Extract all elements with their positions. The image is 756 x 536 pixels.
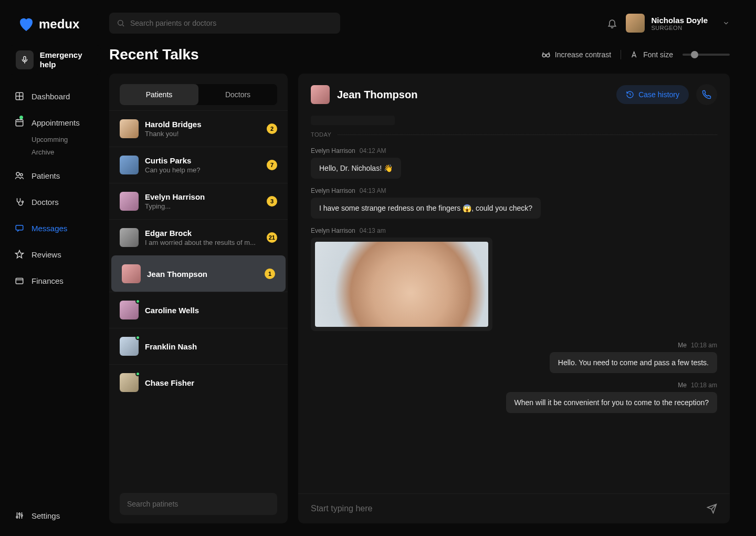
- image-attachment[interactable]: [311, 238, 492, 331]
- avatar: [120, 301, 139, 319]
- conversation-list[interactable]: Harold Bridges Thank you! 2 Curtis Parks…: [109, 110, 288, 485]
- svg-rect-0: [24, 56, 26, 60]
- message-placeholder: [311, 116, 395, 125]
- conversation-name: Evelyn Harrison: [145, 192, 260, 201]
- nav-doctors[interactable]: Doctors: [8, 190, 101, 214]
- chat-panel: Jean Thompson Case history TODAY Evelyn …: [298, 74, 730, 523]
- conversation-name: Harold Bridges: [145, 120, 260, 129]
- send-icon[interactable]: [707, 503, 717, 514]
- nav-messages[interactable]: Messages: [8, 216, 101, 240]
- nav-label: Appointments: [32, 118, 80, 127]
- conversation-name: Chase Fisher: [145, 378, 277, 387]
- svg-point-3: [16, 172, 19, 176]
- unread-badge: 3: [267, 196, 277, 207]
- user-name: Nicholas Doyle: [651, 16, 708, 25]
- conversation-name: Franklin Nash: [145, 342, 277, 351]
- avatar: [120, 337, 139, 356]
- message-incoming-image: Evelyn Harrison04:13 am: [311, 227, 717, 333]
- nav-label: Finances: [32, 276, 64, 285]
- svg-rect-7: [16, 279, 23, 284]
- brand-name: medux: [39, 17, 79, 32]
- chat-body[interactable]: TODAY Evelyn Harrison04:12 AM Hello, Dr.…: [298, 116, 730, 493]
- conversation-preview: Can you help me?: [145, 166, 260, 174]
- font-size-slider[interactable]: [682, 54, 730, 56]
- avatar: [120, 192, 139, 211]
- message-outgoing: Me10:18 am Hello. You need to come and p…: [311, 342, 717, 373]
- patient-search-input[interactable]: [127, 500, 270, 508]
- nav-appointments-archive[interactable]: Archive: [32, 146, 101, 159]
- case-history-button[interactable]: Case history: [616, 85, 689, 104]
- conversation-item[interactable]: Edgar Brock I am worried about the resul…: [109, 219, 288, 255]
- unread-badge: 1: [265, 269, 275, 279]
- page-title: Recent Talks: [109, 46, 199, 63]
- online-dot-icon: [135, 335, 140, 340]
- composer-input[interactable]: [311, 504, 700, 513]
- conversation-item[interactable]: Caroline Wells: [109, 292, 288, 328]
- nav-appointments-upcoming[interactable]: Upcomming: [32, 133, 101, 146]
- conversation-item-active[interactable]: Jean Thompson 1: [111, 255, 286, 292]
- call-button[interactable]: [696, 84, 717, 105]
- search-icon: [117, 19, 125, 27]
- avatar: [122, 264, 141, 283]
- tab-doctors[interactable]: Doctors: [198, 84, 277, 105]
- svg-rect-6: [16, 225, 23, 230]
- chevron-down-icon: [722, 19, 730, 27]
- topbar: Nicholas Doyle SURGEON: [109, 13, 730, 34]
- contrast-label: Increase contrast: [555, 50, 611, 59]
- message-time: 10:18 am: [691, 382, 717, 389]
- conversation-item[interactable]: Franklin Nash: [109, 328, 288, 364]
- conversation-item[interactable]: Harold Bridges Thank you! 2: [109, 110, 288, 147]
- chat-icon: [15, 223, 24, 233]
- notifications-icon[interactable]: [607, 18, 617, 28]
- wallet-icon: [15, 276, 24, 285]
- global-search[interactable]: [109, 13, 340, 34]
- calendar-icon: [15, 118, 24, 127]
- sliders-icon: [15, 511, 24, 520]
- nav: Dashboard Appointments Upcomming Archive…: [8, 84, 101, 293]
- nav-patients[interactable]: Patients: [8, 163, 101, 188]
- tab-patients[interactable]: Patients: [120, 84, 198, 105]
- nav-finances[interactable]: Finances: [8, 269, 101, 293]
- stethoscope-icon: [15, 197, 24, 207]
- conversation-preview: Thank you!: [145, 130, 260, 138]
- chat-contact-avatar: [311, 85, 330, 104]
- content: Patients Doctors Harold Bridges Thank yo…: [109, 74, 730, 523]
- conversation-item[interactable]: Chase Fisher: [109, 364, 288, 400]
- emergency-help-button[interactable]: Emergency help: [8, 45, 101, 75]
- message-time: 10:18 am: [691, 342, 717, 349]
- user-menu[interactable]: Nicholas Doyle SURGEON: [626, 14, 730, 33]
- nav-dashboard[interactable]: Dashboard: [8, 84, 101, 108]
- nav-label: Patients: [32, 171, 60, 180]
- avatar: [120, 119, 139, 138]
- svg-point-5: [22, 201, 24, 203]
- conversation-name: Curtis Parks: [145, 156, 260, 165]
- message-author: Evelyn Harrison: [311, 227, 355, 234]
- accessibility-controls: Increase contrast Font size: [541, 50, 730, 59]
- patient-search[interactable]: [120, 493, 277, 515]
- message-bubble: Hello. You need to come and pass a few t…: [550, 352, 717, 373]
- chat-header: Jean Thompson Case history: [298, 74, 730, 116]
- conversation-name: Jean Thompson: [147, 270, 258, 279]
- history-icon: [626, 90, 634, 99]
- conversation-item[interactable]: Curtis Parks Can you help me? 7: [109, 147, 288, 183]
- font-size-control[interactable]: Font size: [631, 50, 673, 59]
- nav-label: Reviews: [32, 250, 61, 259]
- separator: [621, 50, 621, 59]
- nav-reviews[interactable]: Reviews: [8, 242, 101, 266]
- message-author: Me: [678, 382, 687, 389]
- users-icon: [15, 171, 24, 180]
- attached-image: [315, 242, 488, 327]
- conversation-panel: Patients Doctors Harold Bridges Thank yo…: [109, 74, 288, 523]
- emergency-label: Emergency help: [40, 50, 97, 69]
- online-dot-icon: [135, 299, 140, 304]
- nav-appointments[interactable]: Appointments: [8, 110, 101, 135]
- message-time: 04:13 AM: [360, 187, 386, 194]
- nav-settings[interactable]: Settings: [8, 503, 101, 528]
- avatar: [120, 373, 139, 392]
- slider-knob[interactable]: [691, 51, 698, 58]
- glasses-icon: [541, 50, 551, 59]
- brand-logo[interactable]: medux: [8, 16, 101, 33]
- increase-contrast-button[interactable]: Increase contrast: [541, 50, 611, 59]
- global-search-input[interactable]: [130, 19, 333, 27]
- conversation-item[interactable]: Evelyn Harrison Typing... 3: [109, 183, 288, 219]
